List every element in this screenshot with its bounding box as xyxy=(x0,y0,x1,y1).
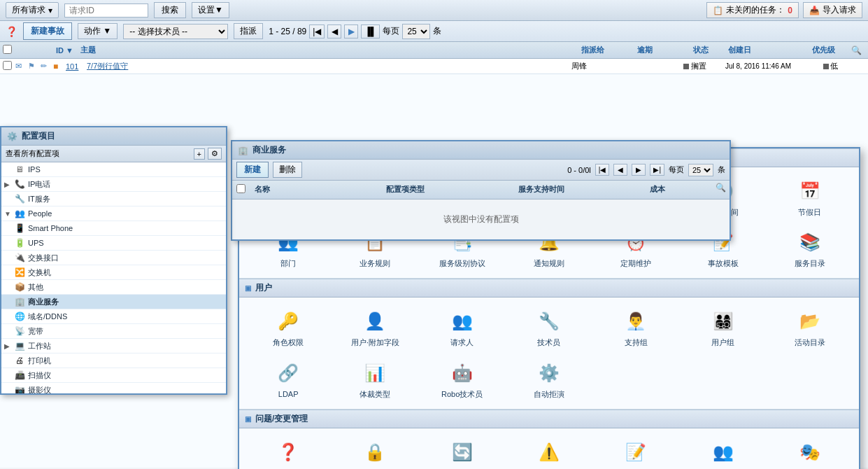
header-priority[interactable]: 优先级 xyxy=(809,43,851,57)
biz-select-all[interactable] xyxy=(236,184,246,193)
tree-item-smartphone[interactable]: 📱 Smart Phone xyxy=(1,221,226,236)
settings-button[interactable]: 设置▼ xyxy=(192,2,229,18)
grid-item-service-catalog[interactable]: 📚 服务目录 xyxy=(769,225,851,271)
biz-per-page-select[interactable]: 25 xyxy=(688,164,713,176)
tree-item-workstation[interactable]: ▶ 💻 工作站 xyxy=(1,339,226,354)
tree-item-switch[interactable]: 🔀 交换机 xyxy=(1,265,226,280)
tree-item-printer[interactable]: 🖨 打印机 xyxy=(1,354,226,368)
grid-item-risk[interactable]: ⚠️ 风险 xyxy=(508,435,590,469)
users-toggle[interactable]: ▣ xyxy=(245,284,251,292)
header-subject[interactable]: 主题 xyxy=(78,43,578,57)
ipphone-icon: 📞 xyxy=(14,178,25,190)
action-dropdown[interactable]: 动作 ▼ xyxy=(78,23,118,39)
biz-check-col xyxy=(232,183,249,197)
row-title[interactable]: 7/7例行值守 xyxy=(87,61,571,71)
grid-item-support-grp[interactable]: 👨‍💼 支持组 xyxy=(595,304,676,350)
grid-item-role-perm[interactable]: 🔑 角色权限 xyxy=(248,304,329,350)
grid-item-change-reason[interactable]: 📝 变更理由 xyxy=(595,435,676,469)
grid-item-user-fields[interactable]: 👤 用户·附加字段 xyxy=(334,304,415,350)
tree-item-scanner[interactable]: 📠 扫描仪 xyxy=(1,368,226,383)
biz-first-page[interactable]: |◀ xyxy=(595,164,610,176)
change-type-icon: 🔄 xyxy=(448,438,476,466)
biz-col-name[interactable]: 名称 xyxy=(249,183,380,197)
grid-item-body-type[interactable]: 📊 体裁类型 xyxy=(334,356,415,402)
table-row: ✉ ⚑ ✏ ■ 101 7/7例行值守 周锋 搁置 Jul 8, 2016 11… xyxy=(0,59,868,74)
tree-item-broadband[interactable]: 📡 宽带 xyxy=(1,324,226,339)
help-icon[interactable]: ❓ xyxy=(6,26,17,37)
table-header-row: ID ▼ 主题 指派给 逾期 状态 创建日 优先级 🔍 xyxy=(0,42,868,59)
biz-prev-page[interactable]: ◀ xyxy=(613,164,627,176)
row-edit-icon[interactable]: ✏ xyxy=(41,62,53,71)
header-status[interactable]: 状态 xyxy=(690,43,725,57)
biz-col-cost[interactable]: 成本 xyxy=(644,183,716,197)
import-button[interactable]: 📥 导入请求 xyxy=(803,2,862,18)
biz-panel-header: 🏢 商业服务 xyxy=(232,141,730,160)
first-page-btn[interactable]: |◀ xyxy=(309,24,325,38)
row-id[interactable]: 101 xyxy=(66,62,87,71)
smartphone-icon: 📱 xyxy=(14,223,25,234)
search-button[interactable]: 搜索 xyxy=(154,2,186,18)
grid-item-change-type[interactable]: 🔄 变更类型 xyxy=(422,435,503,469)
domain-icon: 🌐 xyxy=(14,311,25,322)
biz-col-support-time[interactable]: 服务支持时间 xyxy=(513,183,644,197)
support-grp-icon: 👨‍💼 xyxy=(622,307,650,335)
biz-last-page[interactable]: ▶| xyxy=(650,164,664,176)
tech-select[interactable]: -- 选择技术员 -- xyxy=(123,24,228,39)
other-icon: 📦 xyxy=(14,281,25,293)
biz-delete-btn[interactable]: 删除 xyxy=(273,162,302,178)
grid-item-holiday[interactable]: 📅 节假日 xyxy=(769,174,851,220)
config-settings-btn[interactable]: ⚙ xyxy=(208,148,222,160)
grid-item-requester[interactable]: 👥 请求人 xyxy=(422,304,503,350)
tree-item-biz-service[interactable]: 🏢 商业服务 xyxy=(1,295,226,309)
holiday-icon: 📅 xyxy=(796,177,824,205)
header-checkbox-cell xyxy=(3,45,15,56)
tree-item-switch-interface[interactable]: 🔌 交换接口 xyxy=(1,251,226,265)
header-id[interactable]: ID ▼ xyxy=(53,45,78,56)
grid-item-user-group[interactable]: 👨‍👩‍👧‍👦 用户组 xyxy=(682,304,763,350)
requests-dropdown[interactable]: 所有请求 ▾ xyxy=(6,2,59,18)
biz-next-page[interactable]: ▶ xyxy=(632,164,646,176)
bizservice-icon: 🏢 xyxy=(14,296,25,307)
next-page-btn[interactable]: ▶ xyxy=(344,24,358,38)
view-all-link[interactable]: 查看所有配置项 xyxy=(6,148,191,159)
status-dot xyxy=(683,64,689,69)
grid-item-technician[interactable]: 🔧 技术员 xyxy=(508,304,590,350)
assign-button[interactable]: 指派 xyxy=(234,23,263,39)
biz-icon: 🏢 xyxy=(238,146,248,155)
grid-item-activity-dir[interactable]: 📂 活动目录 xyxy=(769,304,851,350)
top-toolbar: 所有请求 ▾ 搜索 设置▼ 📋 未关闭的任务： 0 📥 导入请求 xyxy=(0,0,868,21)
tree-item-itservice[interactable]: 🔧 IT服务 xyxy=(1,192,226,206)
grid-item-problem-close-rule[interactable]: 🔒 问题的关闭规则 xyxy=(334,435,415,469)
activity-dir-icon: 📂 xyxy=(796,307,824,335)
last-page-btn[interactable]: ▐▌ xyxy=(361,24,380,38)
config-add-btn[interactable]: + xyxy=(194,148,205,160)
grid-item-robo-tech[interactable]: 🤖 Robo技术员 xyxy=(422,356,503,402)
grid-item-auto-delegate[interactable]: ⚙️ 自动拒演 xyxy=(508,356,590,402)
select-all-checkbox[interactable] xyxy=(3,45,12,54)
prev-page-btn[interactable]: ◀ xyxy=(327,24,341,38)
grid-item-problem-fields[interactable]: ❓ 问题的附加字段 xyxy=(248,435,329,469)
tree-item-other[interactable]: 📦 其他 xyxy=(1,280,226,295)
tree-item-domain[interactable]: 🌐 域名/DDNS xyxy=(1,309,226,324)
grid-item-ldap[interactable]: 🔗 LDAP xyxy=(248,356,329,402)
tree-item-ips[interactable]: 🖥 IPS xyxy=(1,162,226,177)
per-page-select[interactable]: 25 50 100 xyxy=(402,24,430,39)
tree-item-ipphone[interactable]: ▶ 📞 IP电话 xyxy=(1,177,226,192)
tree-item-ups[interactable]: 🔋 UPS xyxy=(1,236,226,251)
grid-item-change-role[interactable]: 🎭 变更角色 xyxy=(769,435,851,469)
header-overdue[interactable]: 逾期 xyxy=(634,43,690,57)
problem-change-toggle[interactable]: ▣ xyxy=(245,415,251,423)
row-checkbox-cell xyxy=(3,61,15,72)
header-created[interactable]: 创建日 xyxy=(725,43,809,57)
grid-item-cab[interactable]: 👥 变更顾问委员会(CAB) xyxy=(682,435,763,469)
biz-new-btn[interactable]: 新建 xyxy=(236,162,269,178)
tasks-button[interactable]: 📋 未关闭的任务： 0 xyxy=(706,2,799,18)
row-assignee: 周锋 xyxy=(571,61,627,71)
search-input[interactable] xyxy=(64,4,148,18)
tree-item-camera[interactable]: 📷 摄影仪 xyxy=(1,383,226,393)
header-assignee[interactable]: 指派给 xyxy=(578,43,634,57)
biz-col-type[interactable]: 配置项类型 xyxy=(380,183,512,197)
tree-item-people[interactable]: ▼ 👥 People xyxy=(1,206,226,221)
row-checkbox[interactable] xyxy=(3,61,12,70)
new-incident-button[interactable]: 新建事故 xyxy=(23,22,72,40)
